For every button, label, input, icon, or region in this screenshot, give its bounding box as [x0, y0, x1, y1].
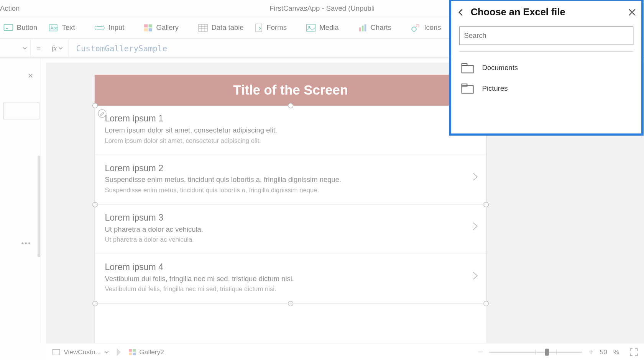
ribbon-datatable-label: Data table: [211, 24, 243, 32]
chevron-down-icon: [342, 26, 347, 30]
icons-icon: [411, 23, 421, 32]
gallery-item-body: Lorem ipsum dolor sit amet, consectetur …: [105, 137, 476, 144]
app-title: FirstCanvasApp - Saved (Unpubli: [269, 5, 375, 13]
ribbon-gallery-label: Gallery: [156, 24, 179, 32]
ribbon-input-label: Input: [108, 24, 124, 32]
ribbon-datatable[interactable]: Data table: [198, 24, 244, 32]
chevron-down-icon: [445, 26, 449, 30]
svg-rect-6: [144, 28, 148, 31]
gallery-item[interactable]: Lorem ipsum 1Lorem ipsum dolor sit amet,…: [95, 106, 486, 155]
fx-label: fx: [52, 44, 57, 52]
zoom-out-button[interactable]: −: [478, 347, 483, 357]
chevron-right-icon[interactable]: [470, 172, 480, 182]
back-arrow-icon[interactable]: [457, 8, 465, 17]
gallery-item[interactable]: Lorem ipsum 4Vestibulum dui felis, fring…: [95, 254, 486, 303]
text-icon: Abc: [49, 24, 58, 32]
folder-item[interactable]: Documents: [451, 58, 641, 78]
zoom-controls: − + 50 %: [478, 347, 638, 357]
ribbon-gallery[interactable]: Gallery: [144, 24, 187, 32]
svg-rect-4: [144, 24, 148, 27]
gallery-item-title: Lorem ipsum 2: [105, 163, 476, 173]
close-icon[interactable]: [628, 8, 636, 16]
close-icon[interactable]: ✕: [28, 72, 33, 80]
folder-icon: [461, 62, 474, 74]
ribbon-media[interactable]: Media: [306, 24, 347, 32]
svg-rect-33: [462, 84, 467, 86]
svg-rect-7: [149, 28, 152, 31]
folder-icon: [461, 83, 474, 94]
svg-rect-26: [129, 349, 132, 352]
chevron-down-icon: [395, 26, 399, 30]
search-box-stub[interactable]: [3, 103, 39, 119]
svg-rect-16: [359, 28, 361, 31]
breadcrumb-screen-label: ViewCusto...: [64, 348, 101, 356]
gallery-item-body: Vestibulum dui felis, fringilla nec mi s…: [105, 285, 476, 292]
chevron-down-icon: [182, 26, 187, 30]
fx-button[interactable]: fx: [46, 38, 69, 58]
gallery-item-body: Ut pharetra a dolor ac vehicula.: [105, 236, 476, 243]
ribbon-forms-label: Forms: [267, 24, 287, 32]
ribbon-forms[interactable]: Forms: [255, 23, 295, 32]
breadcrumb-control[interactable]: Gallery2: [129, 348, 164, 356]
zoom-value: 50: [600, 348, 607, 356]
zoom-in-button[interactable]: +: [588, 347, 593, 357]
gallery-item-subtitle: Ut pharetra a dolor ac vehicula.: [105, 225, 476, 233]
panel-title: Choose an Excel file: [471, 7, 623, 18]
property-selector[interactable]: [0, 38, 31, 58]
button-icon: [3, 24, 13, 32]
ribbon-text[interactable]: Abc Text: [49, 24, 83, 32]
breadcrumb-separator: [117, 348, 121, 356]
svg-rect-28: [129, 352, 132, 355]
ribbon-input[interactable]: Input: [94, 24, 132, 32]
ribbon-icons-label: Icons: [424, 24, 441, 32]
gallery-item-body: Suspendisse enim metus, tincidunt quis l…: [105, 187, 476, 193]
app-canvas[interactable]: Title of the Screen Lorem ipsum 1Lorem i…: [95, 75, 486, 360]
svg-rect-18: [364, 24, 366, 31]
zoom-slider[interactable]: [489, 352, 582, 352]
svg-rect-17: [362, 26, 364, 31]
chevron-down-icon: [23, 46, 27, 51]
input-icon: [94, 24, 105, 32]
svg-rect-8: [199, 24, 207, 31]
scrollbar[interactable]: [38, 155, 40, 257]
more-icon[interactable]: •••: [21, 239, 31, 247]
screen-icon: [52, 349, 60, 355]
gallery-item-title: Lorem ipsum 1: [105, 114, 476, 124]
forms-icon: [255, 23, 263, 32]
folder-label: Pictures: [482, 84, 508, 92]
ribbon-charts[interactable]: Charts: [358, 24, 399, 32]
gallery-item-title: Lorem ipsum 4: [105, 262, 476, 272]
ribbon-media-label: Media: [319, 24, 338, 32]
gallery-item-subtitle: Suspendisse enim metus, tincidunt quis l…: [105, 176, 476, 184]
ribbon-icons[interactable]: Icons: [411, 23, 449, 32]
folder-item[interactable]: Pictures: [451, 78, 641, 98]
menu-action[interactable]: Action: [0, 5, 20, 13]
svg-rect-30: [462, 65, 473, 73]
breadcrumb-screen[interactable]: ViewCusto...: [52, 348, 109, 356]
file-picker-panel: Choose an Excel file DocumentsPictures: [451, 1, 641, 133]
chevron-right-icon[interactable]: [470, 221, 480, 231]
svg-rect-27: [133, 349, 136, 352]
svg-rect-31: [462, 64, 467, 66]
screen-title: Title of the Screen: [95, 75, 486, 106]
search-input[interactable]: [459, 26, 634, 45]
gallery-item-subtitle: Vestibulum dui felis, fringilla nec mi s…: [105, 275, 476, 283]
zoom-pct: %: [613, 348, 619, 356]
chevron-right-icon[interactable]: [470, 271, 480, 280]
gallery-item-subtitle: Lorem ipsum dolor sit amet, consectetur …: [105, 126, 476, 134]
svg-rect-25: [53, 349, 59, 355]
gallery-item[interactable]: Lorem ipsum 3Ut pharetra a dolor ac vehi…: [95, 205, 486, 254]
equals-label: =: [31, 44, 46, 52]
chevron-down-icon: [79, 26, 83, 30]
ribbon-charts-label: Charts: [371, 24, 391, 32]
folder-label: Documents: [482, 64, 518, 72]
gallery-control[interactable]: Lorem ipsum 1Lorem ipsum dolor sit amet,…: [95, 106, 486, 304]
svg-rect-32: [462, 86, 473, 93]
fit-screen-icon[interactable]: [630, 348, 638, 356]
svg-point-19: [412, 27, 416, 31]
left-panel: ✕ •••: [0, 58, 41, 343]
svg-rect-5: [149, 24, 152, 27]
ribbon-button[interactable]: Button: [3, 24, 37, 32]
gallery-item[interactable]: Lorem ipsum 2Suspendisse enim metus, tin…: [95, 155, 486, 205]
svg-rect-13: [256, 24, 262, 32]
